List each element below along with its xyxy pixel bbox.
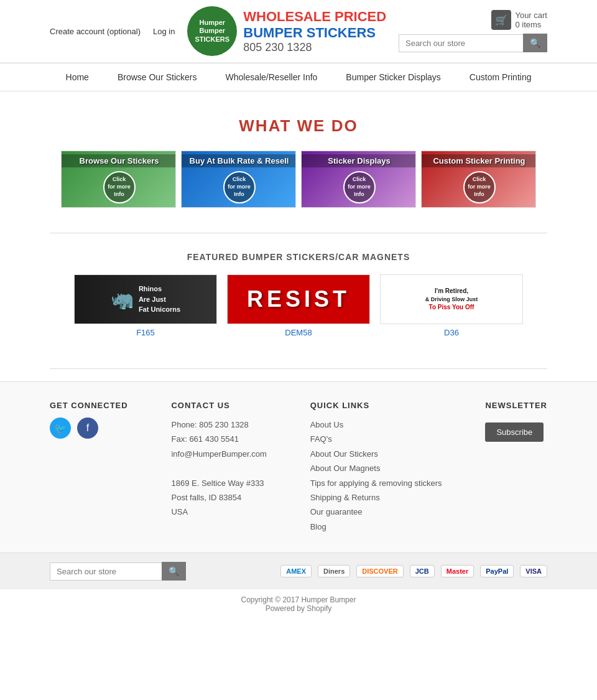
bottom-search: 🔍 <box>50 562 186 581</box>
bulk-card-label: Buy At Bulk Rate & Resell <box>182 154 296 167</box>
account-links: Create account (optional) Log in <box>50 27 175 36</box>
logo-wholesale-line1: WHOLESALE PRICED <box>243 9 386 25</box>
footer-quicklinks-heading: QUICK LINKS <box>310 401 442 410</box>
footer-link-about-magnets[interactable]: About Our Magnets <box>310 461 442 475</box>
footer-quick-links: QUICK LINKS About Us FAQ's About Our Sti… <box>310 401 442 534</box>
payment-jcb: JCB <box>410 565 435 577</box>
footer-fax: Fax: 661 430 5541 <box>171 432 266 446</box>
bulk-card-img: Buy At Bulk Rate & Resell Clickfor moreI… <box>182 151 296 207</box>
copyright: Copyright © 2017 Humper Bumper Powered b… <box>0 589 597 619</box>
category-card-displays[interactable]: Sticker Displays Clickfor moreInfo <box>301 151 416 208</box>
footer-address1: 1869 E. Seltice Way #333 <box>171 476 266 490</box>
sticker-item-d36[interactable]: I'm Retired, & Driving Slow Just To Piss… <box>380 274 523 337</box>
search-input[interactable] <box>399 34 523 52</box>
footer-phone: Phone: 805 230 1328 <box>171 418 266 432</box>
payment-icons: AMEX Diners DISCOVER JCB Master PayPal V… <box>280 565 547 577</box>
divider-1 <box>50 233 547 233</box>
category-grid: Browse Our Stickers Clickfor moreInfo Bu… <box>50 151 547 208</box>
stickers-row: 🦏 RhinosAre JustFat Unicorns F165 RESIST… <box>50 274 547 337</box>
payment-visa: VISA <box>520 565 547 577</box>
sticker-img-dem58: RESIST <box>227 274 370 324</box>
display-card-img: Sticker Displays Clickfor moreInfo <box>302 151 416 207</box>
subscribe-button[interactable]: Subscribe <box>485 422 544 442</box>
sticker-item-f165[interactable]: 🦏 RhinosAre JustFat Unicorns F165 <box>74 274 217 337</box>
payment-paypal: PayPal <box>480 565 514 577</box>
facebook-button[interactable]: f <box>77 418 98 439</box>
twitter-button[interactable]: 🐦 <box>50 418 71 439</box>
footer-link-faq[interactable]: FAQ's <box>310 432 442 446</box>
footer-newsletter: NEWSLETTER Subscribe <box>485 401 547 534</box>
cart-info: Your cart 0 items <box>515 11 547 29</box>
nav-item-wholesale[interactable]: Wholesale/Reseller Info <box>221 70 323 85</box>
display-card-label: Sticker Displays <box>302 154 416 167</box>
category-card-bulk[interactable]: Buy At Bulk Rate & Resell Clickfor moreI… <box>181 151 296 208</box>
custom-card-img: Custom Sticker Printing Clickfor moreInf… <box>422 151 536 207</box>
payment-diners: Diners <box>318 565 350 577</box>
footer-address3: USA <box>171 505 266 519</box>
sticker-code-dem58[interactable]: DEM58 <box>285 328 312 337</box>
header-right: 🛒 Your cart 0 items 🔍 <box>399 10 547 52</box>
footer: GET CONNECTED 🐦 f CONTACT US Phone: 805 … <box>0 381 597 553</box>
retired-line1: I'm Retired, <box>435 287 468 296</box>
social-icons: 🐦 f <box>50 418 128 439</box>
custom-card-label: Custom Sticker Printing <box>422 154 536 167</box>
powered-by-shopify[interactable]: Powered by Shopify <box>266 604 332 613</box>
rhino-icon: 🦏 <box>111 289 134 310</box>
nav-item-displays[interactable]: Bumper Sticker Displays <box>341 70 446 85</box>
sticker-img-f165: 🦏 RhinosAre JustFat Unicorns <box>74 274 217 324</box>
cart-items: 0 items <box>515 20 547 29</box>
sticker-code-f165[interactable]: F165 <box>136 328 155 337</box>
footer-link-about-us[interactable]: About Us <box>310 418 442 432</box>
footer-link-tips[interactable]: Tips for applying & removing stickers <box>310 476 442 490</box>
nav-item-custom-printing[interactable]: Custom Printing <box>465 70 537 85</box>
footer-address2: Post falls, ID 83854 <box>171 490 266 505</box>
cart-area[interactable]: 🛒 Your cart 0 items <box>491 10 547 30</box>
category-card-browse[interactable]: Browse Our Stickers Clickfor moreInfo <box>61 151 176 208</box>
custom-card-circle: Clickfor moreInfo <box>463 171 496 203</box>
sticker-code-d36[interactable]: D36 <box>444 328 459 337</box>
logo-phone: 805 230 1328 <box>243 41 386 54</box>
sticker-img-d36: I'm Retired, & Driving Slow Just To Piss… <box>380 274 523 324</box>
footer-email[interactable]: info@HumperBumper.com <box>171 447 266 461</box>
copyright-text: Copyright © 2017 Humper Bumper <box>0 595 597 604</box>
logo-wholesale-line2: BUMPER STICKERS <box>243 25 386 41</box>
logo[interactable]: HumperBumperSTICKERS WHOLESALE PRICED BU… <box>187 6 386 56</box>
footer-contact-heading: CONTACT US <box>171 401 266 410</box>
bottom-bar: 🔍 AMEX Diners DISCOVER JCB Master PayPal… <box>0 553 597 589</box>
divider-2 <box>50 368 547 369</box>
create-account-link[interactable]: Create account (optional) <box>50 27 141 36</box>
retired-line3: To Piss You Off <box>429 303 474 312</box>
footer-newsletter-heading: NEWSLETTER <box>485 401 547 410</box>
footer-connected-heading: GET CONNECTED <box>50 401 128 410</box>
footer-grid: GET CONNECTED 🐦 f CONTACT US Phone: 805 … <box>50 401 547 534</box>
footer-link-shipping[interactable]: Shipping & Returns <box>310 490 442 505</box>
search-button[interactable]: 🔍 <box>523 34 547 52</box>
bottom-search-button[interactable]: 🔍 <box>162 562 186 581</box>
nav-item-browse-stickers[interactable]: Browse Our Stickers <box>113 70 202 85</box>
browse-card-circle: Clickfor moreInfo <box>103 171 136 203</box>
login-link[interactable]: Log in <box>153 27 175 36</box>
category-card-custom[interactable]: Custom Sticker Printing Clickfor moreInf… <box>421 151 536 208</box>
nav-item-home[interactable]: Home <box>61 70 94 85</box>
footer-link-about-stickers[interactable]: About Our Stickers <box>310 447 442 461</box>
what-we-do-section: WHAT WE DO Browse Our Stickers Clickfor … <box>0 91 597 220</box>
featured-title: FEATURED BUMPER STICKERS/CAR MAGNETS <box>50 252 547 262</box>
browse-card-img: Browse Our Stickers Clickfor moreInfo <box>62 151 176 207</box>
what-we-do-title: WHAT WE DO <box>50 116 547 136</box>
bottom-search-input[interactable] <box>50 562 162 581</box>
logo-circle-text: HumperBumperSTICKERS <box>195 19 229 44</box>
browse-card-label: Browse Our Stickers <box>62 154 176 167</box>
logo-circle: HumperBumperSTICKERS <box>187 6 237 56</box>
footer-link-guarantee[interactable]: Our guarantee <box>310 505 442 519</box>
featured-section: FEATURED BUMPER STICKERS/CAR MAGNETS 🦏 R… <box>0 246 597 356</box>
retired-line2: & Driving Slow Just <box>425 296 478 304</box>
payment-discover: DISCOVER <box>356 565 403 577</box>
sticker-item-dem58[interactable]: RESIST DEM58 <box>227 274 370 337</box>
display-card-circle: Clickfor moreInfo <box>343 171 376 203</box>
footer-contact: CONTACT US Phone: 805 230 1328 Fax: 661 … <box>171 401 266 534</box>
logo-text-block: WHOLESALE PRICED BUMPER STICKERS 805 230… <box>243 9 386 54</box>
footer-link-blog[interactable]: Blog <box>310 520 442 534</box>
cart-label: Your cart <box>515 11 547 20</box>
cart-icon[interactable]: 🛒 <box>491 10 511 30</box>
header-search: 🔍 <box>399 34 547 52</box>
